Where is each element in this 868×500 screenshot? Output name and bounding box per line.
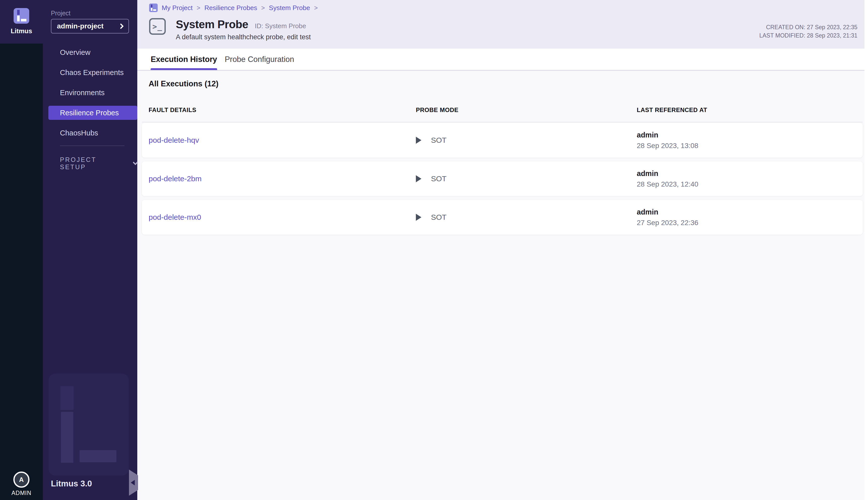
last-modified-label: LAST MODIFIED: 28 Sep 2023, 21:31: [759, 32, 857, 40]
sidebar-item-chaoshubs[interactable]: ChaosHubs: [43, 123, 137, 143]
main-content: My Project > Resilience Probes > System …: [137, 0, 868, 500]
probe-mode-value: SOT: [431, 174, 447, 183]
breadcrumb-logo-icon: [149, 3, 158, 12]
project-select[interactable]: admin-project: [51, 19, 129, 34]
sidebar: Project admin-project Overview Chaos Exp…: [43, 0, 137, 500]
table-row[interactable]: pod-delete-2bm SOT admin 28 Sep 2023, 12…: [142, 161, 863, 196]
avatar[interactable]: A: [13, 471, 30, 488]
probe-timestamps: CREATED ON: 27 Sep 2023, 22:35 LAST MODI…: [759, 23, 857, 40]
project-setup-label: PROJECT SETUP: [60, 156, 124, 171]
project-setup-toggle[interactable]: PROJECT SETUP: [60, 156, 137, 171]
probe-description: A default system healthcheck probe, edit…: [176, 33, 311, 41]
logo-tick: [17, 10, 20, 15]
table-row[interactable]: pod-delete-hqv SOT admin 28 Sep 2023, 13…: [142, 123, 863, 158]
probe-mode-value: SOT: [431, 213, 447, 221]
column-last-referenced: LAST REFERENCED AT: [637, 106, 707, 114]
app-root: Litmus A ADMIN Project admin-project Ove…: [0, 0, 868, 500]
collapse-arrow-icon: [131, 480, 135, 485]
table-row[interactable]: pod-delete-mx0 SOT admin 27 Sep 2023, 22…: [142, 200, 863, 235]
sidebar-collapse-handle[interactable]: [129, 469, 138, 496]
fault-link[interactable]: pod-delete-hqv: [149, 136, 199, 145]
litmus-logo-icon[interactable]: [14, 8, 29, 24]
probe-id-label: ID: System Probe: [255, 22, 306, 30]
referenced-at-time: 28 Sep 2023, 12:40: [637, 180, 698, 188]
scrollbar-track[interactable]: [865, 0, 868, 500]
breadcrumb-separator: >: [314, 4, 318, 12]
sidebar-divider: [60, 146, 124, 146]
user-menu[interactable]: A ADMIN: [0, 471, 43, 497]
fault-link[interactable]: pod-delete-2bm: [149, 174, 202, 183]
logo-stem: [17, 15, 20, 22]
play-icon[interactable]: [416, 137, 421, 144]
referenced-at-time: 28 Sep 2023, 13:08: [637, 142, 698, 150]
created-on-label: CREATED ON: 27 Sep 2023, 22:35: [759, 23, 857, 32]
executions-count-title: All Executions (12): [149, 79, 218, 88]
breadcrumb-link-resilience-probes[interactable]: Resilience Probes: [204, 4, 257, 12]
logo-base: [21, 19, 27, 22]
breadcrumb-link-system-probe[interactable]: System Probe: [269, 4, 310, 12]
column-fault-details: FAULT DETAILS: [149, 106, 196, 114]
tab-bar: Execution History Probe Configuration: [137, 48, 868, 71]
breadcrumb: My Project > Resilience Probes > System …: [149, 3, 318, 12]
column-probe-mode: PROBE MODE: [416, 106, 459, 114]
breadcrumb-separator: >: [261, 4, 265, 12]
play-icon[interactable]: [416, 175, 421, 182]
play-icon[interactable]: [416, 214, 421, 221]
sidebar-watermark-logo: [49, 374, 129, 476]
breadcrumb-separator: >: [197, 4, 201, 12]
title-row: >_ System Probe ID: System Probe A defau…: [149, 18, 311, 41]
brand-label: Litmus: [0, 27, 43, 35]
watermark-stem: [61, 412, 73, 463]
rail-brand-block: Litmus: [0, 0, 43, 44]
terminal-probe-icon: >_: [149, 18, 166, 35]
sidebar-item-overview[interactable]: Overview: [43, 42, 137, 62]
left-rail: Litmus A ADMIN: [0, 0, 43, 500]
watermark-base: [80, 450, 116, 462]
user-label: ADMIN: [0, 490, 43, 497]
referenced-by-user: admin: [637, 208, 698, 216]
project-label: Project: [51, 10, 70, 17]
version-label: Litmus 3.0: [51, 479, 92, 488]
project-select-value: admin-project: [57, 22, 119, 30]
page-header: My Project > Resilience Probes > System …: [137, 0, 868, 48]
execution-history-panel: All Executions (12) FAULT DETAILS PROBE …: [137, 71, 868, 499]
sidebar-item-chaos-experiments[interactable]: Chaos Experiments: [43, 62, 137, 82]
referenced-by-user: admin: [637, 169, 698, 178]
fault-link[interactable]: pod-delete-mx0: [149, 213, 201, 221]
tab-execution-history[interactable]: Execution History: [151, 48, 217, 70]
referenced-by-user: admin: [637, 131, 698, 139]
chevron-down-icon: [133, 160, 138, 165]
tab-probe-configuration[interactable]: Probe Configuration: [223, 48, 296, 70]
executions-table: pod-delete-hqv SOT admin 28 Sep 2023, 13…: [142, 123, 863, 238]
breadcrumb-link-my-project[interactable]: My Project: [162, 4, 193, 12]
table-header: FAULT DETAILS PROBE MODE LAST REFERENCED…: [142, 99, 863, 122]
chevron-right-icon: [118, 23, 124, 29]
referenced-at-time: 27 Sep 2023, 22:36: [637, 219, 698, 227]
sidebar-nav: Overview Chaos Experiments Environments …: [43, 42, 137, 143]
sidebar-item-environments[interactable]: Environments: [43, 82, 137, 103]
watermark-tick: [60, 386, 74, 410]
sidebar-item-resilience-probes[interactable]: Resilience Probes: [48, 106, 137, 120]
page-title: System Probe: [176, 18, 248, 31]
probe-mode-value: SOT: [431, 136, 447, 145]
